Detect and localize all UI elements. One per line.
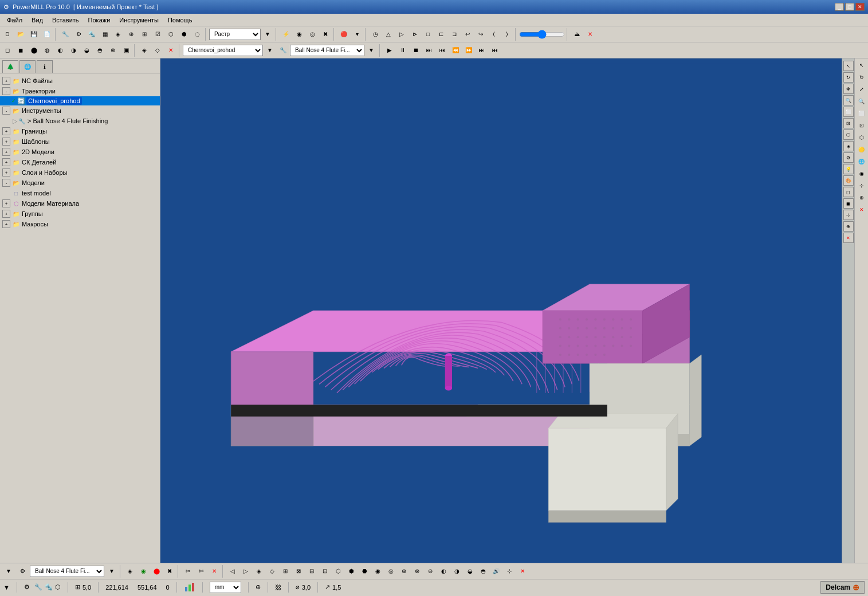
tb2-btn-3[interactable]: ⬤	[28, 44, 40, 57]
tb2-btn-8[interactable]: ◓	[93, 44, 106, 57]
bt1-mid23[interactable]: ✕	[516, 565, 529, 578]
prev-step-btn[interactable]: ⏪	[449, 44, 462, 57]
tb2-btn-6[interactable]: ◑	[67, 44, 80, 57]
rp-btn-1[interactable]: ↖	[856, 60, 867, 71]
ve-snap-btn[interactable]: ⊕	[843, 221, 854, 232]
rp-btn-6[interactable]: ⊡	[856, 120, 867, 131]
raster-combo[interactable]: Растр	[209, 29, 261, 40]
expand-groups[interactable]: +	[2, 210, 10, 218]
ve-perspective-btn[interactable]: ◈	[843, 141, 854, 151]
bt1-mid15[interactable]: ⊗	[411, 565, 423, 578]
ve-cursor-btn[interactable]: ⊹	[843, 210, 854, 220]
minimize-button[interactable]: _	[835, 3, 844, 11]
bt1-op2[interactable]: ◉	[137, 565, 150, 578]
bt1-mid7[interactable]: ⊟	[305, 565, 318, 578]
rp-btn-7[interactable]: ⬡	[856, 132, 867, 143]
raster-dropdown[interactable]: ▼	[261, 28, 274, 41]
tree-models[interactable]: - 📂 Модели	[0, 178, 160, 188]
viewport[interactable]: ↖ ↻ ✥ 🔍 ⬜ ⊡ ⬡ ◈ ⚙ 💡 🎨 ◻ ◼ ⊹ ⊕ ✕	[160, 58, 854, 563]
tb-btn-17[interactable]: ▾	[351, 28, 363, 41]
stop-btn[interactable]: ⏹	[410, 44, 422, 57]
tb-btn-16[interactable]: 🔴	[337, 28, 350, 41]
bt1-cut3[interactable]: ✕	[208, 565, 221, 578]
bt1-dropdown-btn[interactable]: ▼	[2, 565, 15, 578]
status-left-dropdown[interactable]: ▼	[3, 584, 10, 591]
ve-shade-btn[interactable]: ◼	[843, 198, 854, 209]
tb-btn-19[interactable]: △	[382, 28, 395, 41]
tb2-btn-7[interactable]: ◒	[80, 44, 93, 57]
bt1-mid19[interactable]: ◒	[464, 565, 476, 578]
rp-btn-12[interactable]: ⊕	[856, 192, 867, 203]
saveas-button[interactable]: 📄	[41, 28, 53, 41]
tab-tree[interactable]: 🌲	[2, 60, 18, 73]
tb-btn-3[interactable]: 🔩	[85, 28, 98, 41]
tb-btn-20[interactable]: ▷	[395, 28, 408, 41]
tree-boundaries[interactable]: + 📁 Границы	[0, 126, 160, 136]
rp-btn-10[interactable]: ◉	[856, 168, 867, 179]
skip-back-btn[interactable]: ⏮	[436, 44, 449, 57]
tb-btn-9[interactable]: ⬡	[164, 28, 177, 41]
tb-btn-4[interactable]: ▦	[99, 28, 111, 41]
next-step-btn[interactable]: ⏩	[462, 44, 475, 57]
tb-btn-13[interactable]: ◉	[293, 28, 305, 41]
bt1-mid14[interactable]: ⊕	[398, 565, 410, 578]
ve-zoom-box-btn[interactable]: ⬜	[843, 107, 854, 117]
bt1-cut2[interactable]: ✄	[195, 565, 207, 578]
ve-views-btn[interactable]: ⬡	[843, 130, 854, 140]
start-btn[interactable]: ⏮	[489, 44, 501, 57]
menu-view[interactable]: Вид	[27, 15, 48, 25]
bt1-mid10[interactable]: ⬢	[345, 565, 358, 578]
tb2-btn-1[interactable]: ◻	[1, 44, 14, 57]
tb2-btn-2[interactable]: ◼	[14, 44, 27, 57]
tb-btn-1[interactable]: 🔧	[59, 28, 72, 41]
expand-instr[interactable]: -	[2, 107, 10, 115]
expand-sk[interactable]: +	[2, 158, 10, 166]
bt1-tool-dropdown[interactable]: ▼	[105, 565, 118, 578]
tab-info[interactable]: ℹ	[37, 60, 53, 73]
tb-btn-8[interactable]: ☑	[151, 28, 164, 41]
traj-dropdown-btn[interactable]: ▼	[264, 44, 276, 57]
tab-globe[interactable]: 🌐	[19, 60, 36, 73]
ve-select-btn[interactable]: ↖	[843, 61, 854, 71]
rp-btn-9[interactable]: 🌐	[856, 156, 867, 167]
maximize-button[interactable]: □	[845, 3, 854, 11]
tb-btn-6[interactable]: ⊕	[125, 28, 138, 41]
bt1-mid3[interactable]: ◈	[253, 565, 265, 578]
status-combo-unit[interactable]: mm	[210, 582, 241, 593]
expand-nc[interactable]: +	[2, 77, 10, 85]
tb2-btn-9[interactable]: ⊗	[107, 44, 119, 57]
tb-btn-27[interactable]: ⟨	[488, 28, 500, 41]
expand-bound[interactable]: +	[2, 127, 10, 135]
end-btn[interactable]: ⏭	[476, 44, 488, 57]
tb-btn-11[interactable]: ◌	[191, 28, 203, 41]
tree-test-model[interactable]: □ test model	[0, 188, 160, 198]
bt1-mid6[interactable]: ⊠	[292, 565, 305, 578]
ve-close-btn[interactable]: ✕	[843, 233, 854, 243]
tree-nc-files[interactable]: + 📁 NC Файлы	[0, 76, 160, 86]
tb-btn-22[interactable]: □	[422, 28, 434, 41]
bt1-mid12[interactable]: ◉	[371, 565, 384, 578]
bt1-mid21[interactable]: 🔊	[490, 565, 502, 578]
bt1-op1[interactable]: ◈	[124, 565, 136, 578]
tree-layers[interactable]: + 📁 Слои и Наборы	[0, 167, 160, 178]
tree-chernovoi[interactable]: ✓ 🔄 Chernovoi_prohod	[0, 96, 160, 105]
expand-layers[interactable]: +	[2, 168, 10, 177]
tb-btn-23[interactable]: ⊏	[435, 28, 447, 41]
pause-btn[interactable]: ⏸	[396, 44, 409, 57]
titlebar-controls[interactable]: _ □ ✕	[835, 3, 865, 11]
trajectory-combo[interactable]: Chernovoi_prohod	[183, 45, 263, 56]
menu-insert[interactable]: Вставить	[48, 15, 84, 25]
rp-btn-4[interactable]: 🔍	[856, 96, 867, 107]
bt1-mid1[interactable]: ◁	[226, 565, 239, 578]
ve-pan-btn[interactable]: ✥	[843, 84, 854, 94]
tree-groups[interactable]: + 📁 Группы	[0, 209, 160, 219]
bt1-mid20[interactable]: ◓	[477, 565, 489, 578]
tree-material-models[interactable]: + ⬡ Модели Материала	[0, 198, 160, 209]
tb-btn-24[interactable]: ⊐	[448, 28, 461, 41]
bt1-mid22[interactable]: ⊹	[503, 565, 516, 578]
save-button[interactable]: 💾	[28, 28, 40, 41]
bt1-mid8[interactable]: ⊡	[319, 565, 331, 578]
bt1-op3[interactable]: ⬤	[150, 565, 163, 578]
tb-btn-14[interactable]: ◎	[306, 28, 319, 41]
bt1-mid13[interactable]: ◎	[384, 565, 397, 578]
